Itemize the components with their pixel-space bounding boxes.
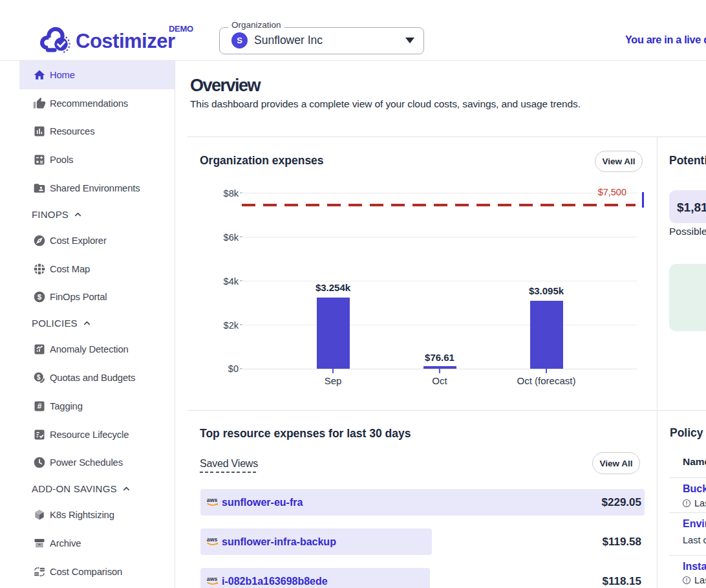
svg-text:$: $	[37, 293, 42, 301]
svg-text:aws: aws	[207, 497, 218, 503]
svg-text:aws: aws	[207, 536, 218, 543]
svg-text:aws: aws	[207, 576, 218, 582]
svg-text:$: $	[37, 374, 41, 381]
svg-text:#: #	[37, 402, 42, 411]
